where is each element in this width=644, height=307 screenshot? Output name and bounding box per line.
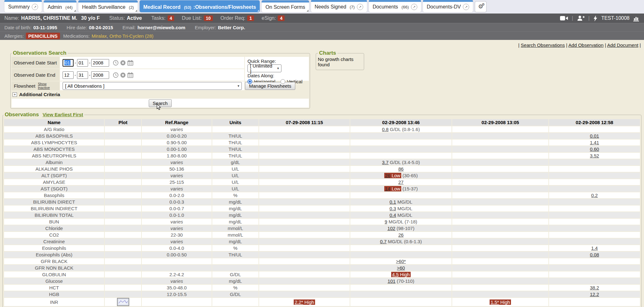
tab-needs-signed[interactable]: Needs Signed(7)↗	[311, 0, 367, 12]
view-earliest-first-link[interactable]: View Earliest First	[42, 112, 83, 117]
growth-chart-icon[interactable]	[633, 15, 640, 21]
obs-value-link[interactable]: 0.4	[390, 212, 396, 218]
quick-link-search-observations[interactable]: Search Observations	[521, 42, 565, 48]
add-user-icon[interactable]	[577, 15, 585, 21]
obs-value-link[interactable]: 102	[387, 226, 395, 231]
clock-icon[interactable]	[113, 72, 119, 78]
abnormal-flag-badge: 4.5 High	[391, 272, 411, 277]
obs-value-cell	[452, 173, 548, 178]
obs-value-link[interactable]: 38.2	[590, 285, 599, 290]
start-month-input[interactable]: 01	[63, 59, 74, 67]
medication-link[interactable]: Ortho Tri-Cyclen (28)	[109, 33, 153, 39]
lightning-icon[interactable]	[593, 15, 597, 21]
show-inactive-link[interactable]: Show Inactive	[38, 82, 57, 90]
end-month-input[interactable]: 12	[63, 71, 74, 79]
tab-documents[interactable]: Documents(66)↗	[369, 0, 421, 12]
obs-value-suffix: (15-37)	[401, 186, 418, 191]
obs-value-link[interactable]: 0.1	[390, 199, 396, 205]
obs-value-cell	[549, 232, 640, 238]
obs-value-link[interactable]: 3.7	[382, 160, 389, 165]
obs-value-link[interactable]: 12.2	[590, 292, 599, 297]
obs-value-link[interactable]: 86	[398, 166, 404, 172]
obs-value-link[interactable]: 0.2	[591, 193, 598, 198]
radio-horizontal[interactable]	[247, 79, 252, 84]
settings-tab[interactable]: ⚙⚙	[475, 1, 486, 12]
expand-plus-icon[interactable]: +	[13, 92, 17, 97]
obs-value-link[interactable]: 0.60	[590, 146, 599, 152]
medication-link[interactable]: Miralax	[92, 33, 107, 39]
esign-badge[interactable]: 4	[278, 15, 285, 21]
radio-vertical[interactable]	[280, 79, 285, 84]
tab-count: (2)	[129, 5, 134, 10]
obs-value-link[interactable]: 26	[385, 173, 391, 178]
obs-value-link[interactable]: 0.08	[590, 252, 599, 257]
obs-value-cell	[452, 285, 548, 291]
obs-name: INR	[4, 298, 104, 306]
quick-range-select[interactable]: [ Unlimited ]▾	[247, 64, 281, 72]
tasks-badge[interactable]: 4	[168, 15, 175, 21]
obs-value-link[interactable]: 3.52	[590, 153, 599, 158]
obs-value-cell: 2.2* High	[259, 298, 350, 306]
obs-value-cell	[259, 219, 350, 225]
flowsheet-cell: [ All Observations ]▾	[60, 81, 244, 90]
calendar-icon[interactable]	[127, 60, 133, 66]
obs-value-cell: 26	[350, 232, 452, 238]
tab-admin[interactable]: Admin(44)	[44, 0, 76, 12]
tab-documents-dv[interactable]: Documents-DV↗	[423, 0, 473, 12]
open-in-new-icon[interactable]: ↗	[32, 4, 38, 10]
obs-value-link[interactable]: 0.01	[590, 133, 599, 139]
tab-label: Admin	[47, 4, 62, 10]
flowsheet-select[interactable]: [ All Observations ]▾	[63, 82, 242, 90]
tab-on-screen-forms[interactable]: On Screen Forms	[262, 0, 309, 12]
obs-value-cell	[549, 173, 640, 178]
obs-value-link[interactable]: 26	[398, 232, 404, 238]
obs-value-link[interactable]: >60	[397, 265, 405, 271]
allergy-badge[interactable]: PENICILLINS	[26, 33, 60, 39]
obs-value-link[interactable]: 0.3	[390, 206, 396, 211]
obs-ref-range: 25-115	[142, 179, 212, 185]
clear-date-icon[interactable]	[120, 60, 126, 66]
obs-value-cell	[549, 179, 640, 185]
observations-table: NamePlotRef.RangeUnits07-29-2008 11:1502…	[3, 118, 641, 307]
tab-medical-record[interactable]: Medical Record(53):Observations/Flowshee…	[140, 0, 260, 12]
obs-value-link[interactable]: 0.8	[382, 127, 389, 132]
end-year-input[interactable]: 2008	[91, 71, 109, 79]
obs-value-link[interactable]: 101	[388, 278, 396, 284]
open-in-new-icon[interactable]: ↗	[463, 4, 469, 10]
tab-summary[interactable]: Summary↗	[4, 0, 42, 12]
obs-plot-cell	[105, 173, 141, 178]
search-button[interactable]: Search	[149, 99, 172, 107]
obs-value-cell	[452, 186, 548, 192]
obs-value-cell	[350, 192, 452, 198]
obs-value-link[interactable]: >60*	[396, 259, 406, 264]
tab-health-surveillance[interactable]: Health Surveillance(2)	[78, 0, 138, 12]
start-day-input[interactable]: 01	[77, 59, 88, 67]
manage-flowsheets-button[interactable]: Manage Flowsheets	[245, 82, 295, 90]
start-year-input[interactable]: 2008	[91, 59, 109, 67]
obs-value-link[interactable]: 1.4	[591, 245, 598, 251]
obs-value-link[interactable]: 14	[385, 186, 391, 191]
end-day-input[interactable]: 31	[77, 71, 88, 79]
video-call-icon[interactable]	[560, 16, 568, 21]
obs-value-cell	[452, 140, 548, 145]
clock-icon[interactable]	[113, 60, 119, 66]
calendar-icon[interactable]	[127, 72, 133, 78]
quick-link-add-document[interactable]: Add Document	[607, 42, 638, 48]
hire-date-value: 08-24-2015	[89, 25, 113, 30]
obs-value-link[interactable]: 9	[385, 219, 387, 224]
obs-value-link[interactable]: 0.7	[380, 239, 387, 244]
obs-value-link[interactable]: 1.41	[590, 140, 599, 145]
order-req-badge[interactable]: 1	[247, 15, 254, 21]
obs-value-link[interactable]: 4.5	[392, 272, 399, 277]
obs-value-link[interactable]: 1.5*	[491, 299, 499, 305]
obs-name: HGB	[4, 291, 104, 297]
obs-value-link[interactable]: 2.2*	[295, 299, 303, 305]
clear-date-icon[interactable]	[120, 72, 126, 78]
additional-criteria-label: Additional Criteria	[19, 92, 60, 97]
open-in-new-icon[interactable]: ↗	[411, 4, 417, 10]
plot-sparkline-icon[interactable]	[117, 298, 129, 306]
obs-value-link[interactable]: 27	[398, 179, 404, 185]
quick-link-add-observation[interactable]: Add Observation	[569, 42, 604, 48]
due-list-badge[interactable]: 10	[204, 15, 213, 21]
open-in-new-icon[interactable]: ↗	[357, 4, 363, 10]
